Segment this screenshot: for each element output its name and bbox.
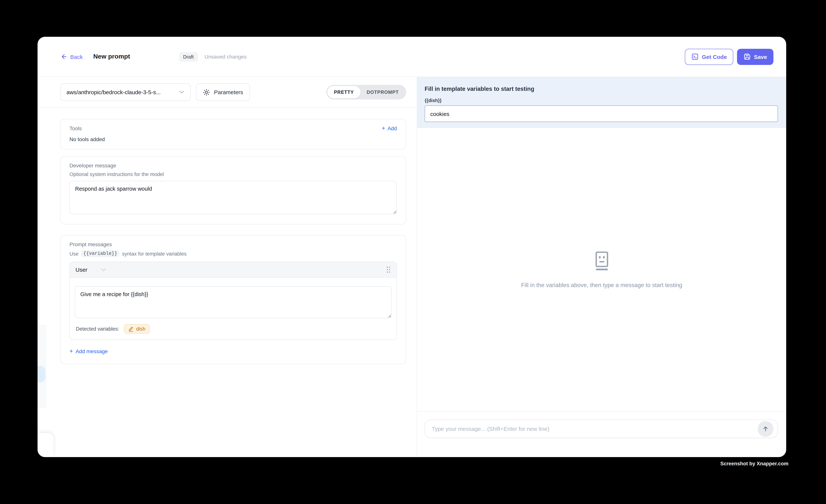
parameters-label: Parameters (214, 89, 243, 95)
terminal-icon (691, 53, 699, 60)
screenshot-root: Back New prompt Draft Unsaved changes Ge… (0, 0, 826, 504)
watermark: Screenshot by Xnapper.com (720, 461, 788, 466)
role-label: User (75, 266, 87, 273)
model-selector-value: aws/anthropic/bedrock-claude-3-5-s... (66, 89, 179, 95)
get-code-button[interactable]: Get Code (685, 49, 733, 65)
chat-empty-state: Fill in the variables above, then type a… (417, 128, 786, 411)
header: Back New prompt Draft Unsaved changes Ge… (38, 37, 786, 77)
editor-content: Tools + Add No tools added Developer mes… (38, 108, 417, 457)
arrow-left-icon (60, 53, 67, 60)
toggle-option-dotprompt[interactable]: DOTPROMPT (360, 86, 405, 98)
editor-toolbar: aws/anthropic/bedrock-claude-3-5-s... Pa… (38, 77, 417, 108)
back-button[interactable]: Back (60, 53, 83, 60)
drag-handle-icon[interactable] (386, 266, 391, 273)
add-message-button[interactable]: + Add message (69, 348, 108, 354)
plus-icon: + (381, 125, 385, 131)
prompt-editor-window: Back New prompt Draft Unsaved changes Ge… (38, 37, 786, 457)
parameters-button[interactable]: Parameters (196, 83, 250, 101)
variable-code-chip: {{variable}} (81, 250, 119, 257)
hint-suffix: syntax for template variables (122, 251, 187, 256)
prompt-messages-title: Prompt messages (69, 241, 397, 247)
chat-input-bar (417, 411, 786, 457)
template-hint: Use {{variable}} syntax for template var… (69, 250, 397, 257)
variable-field-label: {{dish}} (425, 98, 778, 103)
corner-popup (38, 433, 53, 457)
add-tool-label: Add (388, 125, 397, 131)
arrow-up-icon (762, 425, 769, 432)
message-header: User (70, 262, 397, 278)
hint-prefix: Use (69, 251, 78, 256)
test-panel-title: Fill in template variables to start test… (425, 85, 778, 92)
empty-state-text: Fill in the variables above, then type a… (521, 281, 682, 289)
role-selector[interactable]: User (75, 266, 106, 273)
get-code-label: Get Code (702, 54, 727, 60)
tools-title: Tools (69, 125, 82, 131)
view-toggle: PRETTY DOTPROMPT (327, 85, 406, 100)
editor-column: aws/anthropic/bedrock-claude-3-5-s... Pa… (38, 77, 417, 457)
developer-message-textarea[interactable]: Respond as jack sparrow would (69, 181, 397, 214)
body: aws/anthropic/bedrock-claude-3-5-s... Pa… (38, 77, 786, 457)
chevron-down-icon (179, 90, 184, 94)
model-selector[interactable]: aws/anthropic/bedrock-claude-3-5-s... (60, 83, 191, 101)
tools-empty-text: No tools added (69, 136, 397, 142)
page-title: New prompt (93, 53, 130, 60)
variable-name: dish (136, 326, 145, 332)
message-body: Give me a recipe for {{dish}} Detected v… (70, 278, 397, 339)
variable-input[interactable] (425, 106, 778, 122)
add-tool-button[interactable]: + Add (381, 125, 397, 131)
message-group: User Give me a recipe for (69, 262, 397, 340)
add-message-label: Add message (76, 348, 108, 354)
detected-variables-row: Detected variables: dish (75, 320, 392, 335)
test-column: Fill in template variables to start test… (417, 77, 786, 457)
prompt-messages-card: Prompt messages Use {{variable}} syntax … (60, 235, 406, 364)
chevron-down-icon (101, 268, 106, 271)
save-label: Save (754, 54, 767, 60)
developer-message-card: Developer message Optional system instru… (60, 156, 406, 225)
test-panel: Fill in template variables to start test… (417, 77, 786, 128)
robot-icon (593, 251, 611, 270)
plus-icon: + (69, 348, 73, 354)
message-textarea[interactable]: Give me a recipe for {{dish}} (75, 286, 392, 318)
message-input[interactable] (425, 420, 778, 438)
unsaved-changes-text: Unsaved changes (204, 54, 247, 60)
gear-icon (203, 88, 210, 96)
save-icon (744, 53, 751, 60)
pencil-icon (128, 326, 133, 332)
toggle-option-pretty[interactable]: PRETTY (328, 86, 360, 98)
back-label: Back (70, 54, 83, 60)
variable-badge[interactable]: dish (124, 324, 150, 334)
developer-message-subtitle: Optional system instructions for the mod… (69, 172, 397, 177)
sidebar-sliver (38, 325, 47, 408)
status-badge: Draft (179, 52, 198, 61)
tools-card: Tools + Add No tools added (60, 119, 406, 149)
send-button[interactable] (758, 421, 773, 437)
detected-variables-label: Detected variables: (76, 326, 119, 332)
save-button[interactable]: Save (737, 49, 773, 65)
sidebar-highlight (38, 366, 46, 382)
header-actions: Get Code Save (685, 49, 773, 65)
developer-message-title: Developer message (69, 163, 397, 169)
